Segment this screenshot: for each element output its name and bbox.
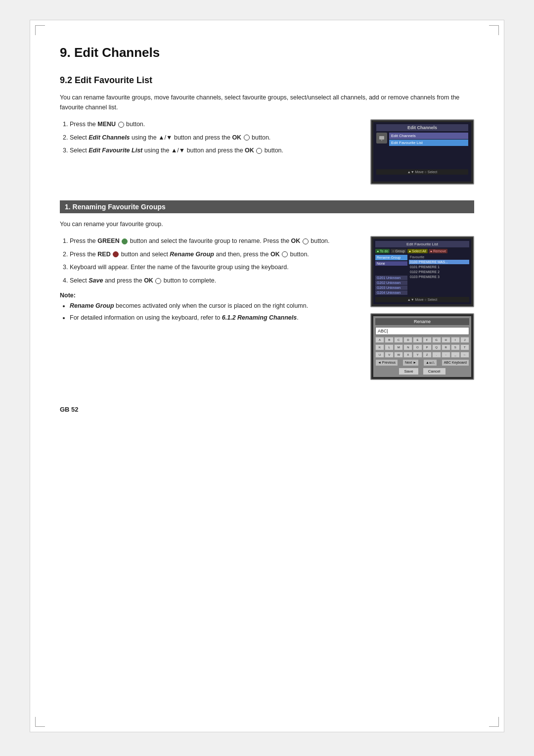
renaming-section-header: 1. Renaming Favourite Groups xyxy=(60,200,474,213)
note2-ref: 6.1.2 Renaming Channels xyxy=(222,314,297,321)
key-underscore[interactable]: _ xyxy=(451,352,460,358)
corner-mark-tr xyxy=(489,25,499,35)
keyboard-nav: ◄ Previous Next ► ▲ᵫ△ ABC Keyboard xyxy=(375,359,469,366)
key-J[interactable]: J xyxy=(460,337,469,343)
note1-bold: Rename Group xyxy=(70,302,114,309)
section1-content: Press the MENU button. Select Edit Chann… xyxy=(60,119,474,190)
screen2-g203: G203 Unknown xyxy=(375,285,407,290)
cancel-btn[interactable]: Cancel xyxy=(423,368,446,375)
rename-group-label: Rename Group xyxy=(170,251,214,258)
screen1-box: Edit Channels Edit Channels Edit Favouri… xyxy=(370,119,474,185)
toolbar-btn-selectall: ● Select All xyxy=(407,249,428,253)
ok-icon-5 xyxy=(155,278,161,284)
screen2-group-header: Rename-Group xyxy=(375,255,407,260)
screen2-box: Edit Favourite List ● To do ○ Group ● Se… xyxy=(370,236,474,307)
key-H[interactable]: H xyxy=(442,337,450,343)
save-btn[interactable]: Save xyxy=(399,368,418,375)
corner-mark-br xyxy=(489,717,499,727)
renaming-intro: You can rename your favourite group. xyxy=(60,219,474,229)
ok-bold-3: OK xyxy=(144,277,153,284)
section-title: 9.2 Edit Favourite List xyxy=(60,75,474,86)
keyboard-row3: U V W X Y Z . - _ ← xyxy=(375,352,469,358)
key-G[interactable]: G xyxy=(432,337,441,343)
key-P[interactable]: P xyxy=(423,344,432,350)
key-W[interactable]: W xyxy=(394,352,403,358)
screen1-icon1 xyxy=(376,133,387,143)
key-X[interactable]: X xyxy=(403,352,412,358)
renaming-instructions: Press the GREEN button and select the fa… xyxy=(60,236,358,386)
key-T[interactable]: T xyxy=(460,344,469,350)
key-K[interactable]: K xyxy=(375,344,384,350)
key-I[interactable]: I xyxy=(451,337,460,343)
next-btn[interactable]: Next ► xyxy=(402,359,419,366)
key-L[interactable]: L xyxy=(385,344,394,350)
key-M[interactable]: M xyxy=(394,344,403,350)
svg-rect-0 xyxy=(379,136,384,140)
notes-list: Rename Group becomes activated only when… xyxy=(60,301,358,323)
page-number: GB 52 xyxy=(60,406,474,413)
abc-keyboard-btn[interactable]: ABC Keyboard xyxy=(442,359,469,366)
note-label: Note: xyxy=(60,292,358,299)
key-D[interactable]: D xyxy=(403,337,412,343)
rename-step-4: Select Save and press the OK button to c… xyxy=(70,276,358,286)
screen3-input-value: ABC| xyxy=(378,329,388,333)
key-Y[interactable]: Y xyxy=(413,352,422,358)
toolbar-btn-todo: ● To do xyxy=(375,249,390,253)
red-bold: RED xyxy=(97,251,110,258)
case-btn[interactable]: ▲ᵫ△ xyxy=(423,359,437,366)
step2-ok: OK xyxy=(232,134,241,141)
screen1-item-5 xyxy=(389,160,468,167)
key-Z[interactable]: Z xyxy=(423,352,432,358)
key-F[interactable]: F xyxy=(423,337,432,343)
screen3-inner: Rename ABC| A B C D E F G H I xyxy=(373,316,471,377)
screen2-ch-0101: 0101 PREMIERE 1 xyxy=(409,265,469,269)
screen2-favourite-header: Favourite xyxy=(409,255,469,259)
screen1-item-1: Edit Channels xyxy=(389,133,468,139)
key-Q[interactable]: Q xyxy=(432,344,441,350)
ok-bold-1: OK xyxy=(291,237,301,244)
ok-icon-3 xyxy=(303,238,309,244)
screen2-ch-0102: 0102 PREMIERE 2 xyxy=(409,270,469,274)
key-S[interactable]: S xyxy=(451,344,460,350)
step1-icon xyxy=(118,121,125,128)
key-O[interactable]: O xyxy=(413,344,422,350)
key-U[interactable]: U xyxy=(375,352,384,358)
key-C[interactable]: C xyxy=(394,337,403,343)
step1-bold: MENU xyxy=(97,121,116,128)
key-N[interactable]: N xyxy=(403,344,412,350)
key-backspace[interactable]: ← xyxy=(460,352,469,358)
ok-icon-2 xyxy=(256,148,262,154)
screen2-footer: ▲▼ Move ○ Select xyxy=(375,297,469,302)
steps-list: Press the MENU button. Select Edit Chann… xyxy=(60,119,358,156)
step2-icon xyxy=(243,134,250,141)
key-dash[interactable]: - xyxy=(442,352,450,358)
step3-icon xyxy=(256,147,263,154)
screen3-box: Rename ABC| A B C D E F G H I xyxy=(370,313,474,380)
key-A[interactable]: A xyxy=(375,337,384,343)
screens-col: Edit Favourite List ● To do ○ Group ● Se… xyxy=(370,236,474,386)
keyboard-row1: A B C D E F G H I J xyxy=(375,337,469,343)
prev-btn[interactable]: ◄ Previous xyxy=(375,359,398,366)
screen1-inner: Edit Channels Edit Channels Edit Favouri… xyxy=(373,122,471,182)
note-2: For detailed information on using the ke… xyxy=(70,313,358,323)
menu-icon xyxy=(118,122,124,128)
step2-bold-italic: Edit Channels xyxy=(89,134,130,141)
screen3-title: Rename xyxy=(375,318,469,325)
screen1-title: Edit Channels xyxy=(376,124,468,131)
screen2-ch-0103: 0103 PREMIERE 3 xyxy=(409,275,469,279)
tv-icon xyxy=(378,135,385,142)
intro-text: You can rename favourite groups, move fa… xyxy=(60,93,474,112)
ok-icon-4 xyxy=(282,251,288,257)
key-R[interactable]: R xyxy=(442,344,450,350)
screen2-cols: Rename-Group None G201 Unknown G202 Unkn… xyxy=(375,255,469,295)
corner-mark-bl xyxy=(35,717,45,727)
key-V[interactable]: V xyxy=(385,352,394,358)
screen2-group-none: None xyxy=(375,261,407,266)
rename-step-1: Press the GREEN button and select the fa… xyxy=(70,236,358,246)
rename-step-3: Keyboard will appear. Enter the name of … xyxy=(70,262,358,273)
renaming-steps-list: Press the GREEN button and select the fa… xyxy=(60,236,358,286)
key-E[interactable]: E xyxy=(413,337,422,343)
key-dot[interactable]: . xyxy=(432,352,441,358)
screen1-item-2: Edit Favourite List xyxy=(389,140,468,146)
key-B[interactable]: B xyxy=(385,337,394,343)
